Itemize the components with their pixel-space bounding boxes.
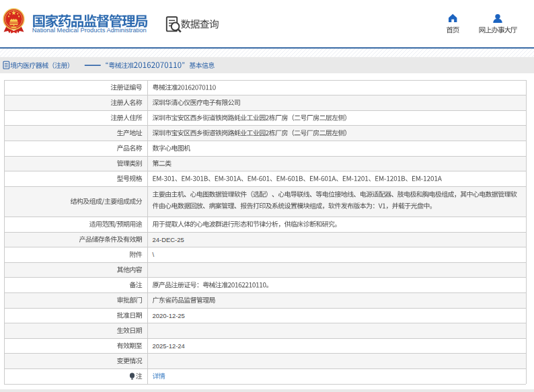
svg-text:2025-12-24: 2025-12-24 — [153, 342, 185, 350]
svg-text:24-DEC-25: 24-DEC-25 — [153, 236, 184, 243]
svg-text:National Medical Products Admi: National Medical Products Administration — [32, 27, 147, 34]
svg-text:2020-12-25: 2020-12-25 — [153, 312, 185, 319]
svg-text:\: \ — [153, 251, 155, 258]
